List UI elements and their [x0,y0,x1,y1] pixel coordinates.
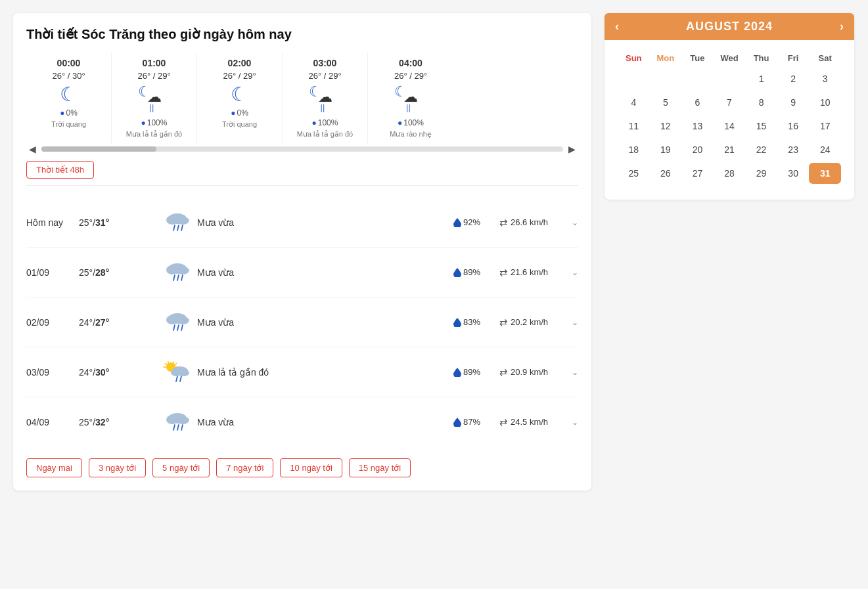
hourly-icon: ☾ ☁ || [394,85,427,114]
calendar-grid: SunMonTueWedThuFriSat 123456789101112131… [618,51,841,184]
daily-condition: Mưa vừa [197,217,453,228]
daily-wind: ⇄ 20.9 km/h [499,366,572,378]
cal-day[interactable]: 31 [809,163,841,184]
cal-dow-wed: Wed [714,51,746,66]
cal-day[interactable]: 27 [681,163,714,184]
cal-day [714,68,746,89]
daily-date: Hôm nay [26,217,79,228]
bottom-nav-button[interactable]: 15 ngày tới [349,458,411,477]
cal-day[interactable]: 23 [777,139,810,160]
daily-expand-icon[interactable]: ⌄ [572,418,578,427]
daily-date: 02/09 [26,317,79,328]
cal-day[interactable]: 15 [745,116,777,137]
cal-day[interactable]: 22 [745,139,777,160]
cal-day[interactable]: 10 [809,92,841,113]
hourly-time: 04:00 [399,58,423,68]
daily-expand-icon[interactable]: ⌄ [572,218,578,227]
hourly-icon: ☾ ☁ || [138,85,171,114]
cal-day[interactable]: 8 [745,92,777,113]
hourly-desc: Mưa rào nhẹ [390,130,432,139]
daily-wind: ⇄ 21.6 km/h [499,267,572,278]
cal-day[interactable]: 7 [714,92,746,113]
cal-day[interactable]: 16 [777,116,810,137]
cal-day[interactable]: 25 [618,163,650,184]
daily-row: 03/09 24°/30° Mưa lả tả gần đó 89% ⇄ 20.… [26,347,578,397]
cal-day[interactable]: 9 [777,92,810,113]
cal-day[interactable]: 29 [745,163,777,184]
cal-day[interactable]: 21 [714,139,746,160]
hourly-icon: ☾ [231,85,248,104]
cal-next-button[interactable]: › [840,20,844,33]
cal-day[interactable]: 12 [650,116,682,137]
bottom-nav-button[interactable]: 5 ngày tới [152,458,210,477]
daily-expand-icon[interactable]: ⌄ [572,268,578,277]
hourly-temp: 26° / 30° [52,71,85,81]
cal-day[interactable]: 3 [809,68,841,89]
daily-temp: 24°/30° [79,367,158,378]
left-panel: Thời tiết Sóc Trăng theo giờ ngày hôm na… [13,13,591,491]
svg-line-22 [176,376,177,382]
cal-day[interactable]: 4 [618,92,650,113]
scrollbar-bar[interactable] [41,146,563,152]
daily-condition: Mưa vừa [197,417,453,427]
cal-day[interactable]: 2 [777,68,810,89]
svg-point-14 [176,316,189,324]
svg-line-15 [173,325,175,330]
bottom-nav-button[interactable]: 3 ngày tới [89,458,146,477]
svg-line-5 [181,225,183,230]
cal-day[interactable]: 30 [777,163,810,184]
daily-weather-icon [158,406,197,437]
hourly-temp: 26° / 29° [137,71,170,81]
hourly-items: 00:00 26° / 30° ☾ ●0% Trời quang 01:00 2… [26,53,453,144]
cal-week: 11121314151617 [618,116,841,137]
hourly-section: 00:00 26° / 30° ☾ ●0% Trời quang 01:00 2… [26,53,578,186]
cal-day[interactable]: 6 [681,92,714,113]
btn-48h[interactable]: Thời tiết 48h [26,161,94,179]
daily-rain: 89% [453,367,499,377]
hourly-temp: 26° / 29° [223,71,256,81]
hourly-item: 04:00 26° / 29° ☾ ☁ || ●100% Mưa rào nhẹ [368,53,453,144]
daily-weather-icon [158,207,197,238]
cal-week: 25262728293031 [618,163,841,184]
cal-dow-row: SunMonTueWedThuFriSat [618,51,841,66]
cal-day[interactable]: 1 [745,68,777,89]
daily-expand-icon[interactable]: ⌄ [572,368,578,377]
bottom-nav-button[interactable]: 10 ngày tới [280,458,342,477]
hourly-rain: ●100% [312,118,338,127]
wind-icon: ⇄ [499,416,508,428]
rain-drop-icon: ● [231,108,235,118]
svg-line-17 [181,325,183,330]
cal-day[interactable]: 26 [650,163,682,184]
cal-prev-button[interactable]: ‹ [615,20,619,33]
cal-week: 18192021222324 [618,139,841,160]
hourly-item: 01:00 26° / 29° ☾ ☁ || ●100% Mưa lả tả g… [112,53,197,144]
scroll-left-arrow[interactable]: ◀ [26,144,39,154]
hourly-rain: ●100% [398,118,424,127]
cal-day[interactable]: 17 [809,116,841,137]
cal-day[interactable]: 19 [650,139,682,160]
cal-day[interactable]: 11 [618,116,650,137]
scroll-right-arrow[interactable]: ▶ [566,144,578,154]
cal-day[interactable]: 20 [681,139,714,160]
cal-day[interactable]: 24 [809,139,841,160]
hourly-item: 00:00 26° / 30° ☾ ●0% Trời quang [26,53,112,144]
daily-weather-icon [158,357,197,387]
hourly-time: 01:00 [143,58,166,68]
hourly-scroll[interactable]: 00:00 26° / 30° ☾ ●0% Trời quang 01:00 2… [26,53,578,144]
cal-day[interactable]: 18 [618,139,650,160]
cal-day[interactable]: 5 [650,92,682,113]
daily-expand-icon[interactable]: ⌄ [572,318,578,327]
daily-condition: Mưa lả tả gần đó [197,367,453,378]
cal-day[interactable]: 14 [714,116,746,137]
cal-day[interactable]: 28 [714,163,746,184]
svg-line-11 [181,275,183,280]
daily-row: 04/09 25°/32° Mưa vừa 87% ⇄ 24.5 km/h ⌄ [26,397,578,447]
cal-weeks-container: 1234567891011121314151617181920212223242… [618,68,841,184]
hourly-icon: ☾ ☁ || [309,85,342,114]
bottom-nav-button[interactable]: 7 ngày tới [216,458,273,477]
hourly-item: 02:00 26° / 29° ☾ ●0% Trời quang [197,53,283,144]
bottom-nav-button[interactable]: Ngày mai [26,458,82,477]
hourly-rain: ●0% [60,108,78,118]
cal-day[interactable]: 13 [681,116,714,137]
svg-point-21 [179,370,189,376]
